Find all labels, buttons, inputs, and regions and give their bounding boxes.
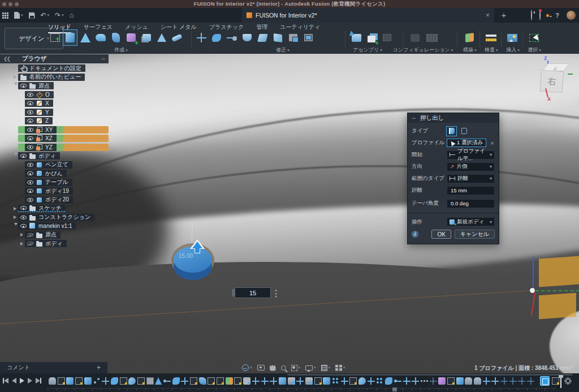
shell-button[interactable] (240, 30, 254, 45)
play-button[interactable] (20, 378, 24, 384)
timeline-feature-icon[interactable] (394, 377, 401, 385)
timeline-feature-icon[interactable] (137, 377, 145, 385)
profile-selection-chip[interactable]: 1 選択済み (447, 139, 486, 147)
browser-item-chip[interactable]: テーブル (25, 179, 72, 186)
configure-button[interactable] (408, 30, 422, 45)
close-tab-icon[interactable]: × (486, 12, 490, 18)
expand-arrow-icon[interactable] (11, 154, 18, 158)
timeline-feature-icon[interactable] (243, 377, 250, 385)
sweep-button[interactable] (94, 30, 107, 45)
timeline-feature-icon[interactable] (93, 377, 100, 385)
create-form-button[interactable] (124, 30, 138, 45)
document-tab[interactable]: FUISON for Interior v2* × (242, 8, 494, 23)
assembly-group-label[interactable]: アセンブリ (353, 46, 382, 54)
timeline-feature-icon[interactable] (58, 377, 65, 385)
timeline-feature-icon[interactable] (84, 377, 92, 385)
browser-item-chip[interactable]: 原点 (18, 82, 54, 89)
timeline-feature-icon[interactable] (323, 377, 330, 385)
timeline-feature-icon[interactable] (305, 377, 313, 385)
timeline-feature-icon[interactable] (385, 377, 392, 385)
view-cube-front-face[interactable]: 右 (540, 70, 564, 93)
browser-item[interactable]: かびん (18, 170, 109, 177)
distance-field[interactable]: 15 mm (447, 186, 495, 195)
browser-item-chip[interactable]: manekin v1:1 (18, 222, 76, 230)
visibility-eye-icon[interactable] (27, 242, 33, 245)
extrude-solid-type-button[interactable] (447, 127, 456, 136)
job-status-button[interactable] (539, 10, 541, 20)
minimize-panel-icon[interactable]: − (101, 57, 105, 61)
manipulator-arrow-shaft[interactable] (195, 248, 200, 253)
insert-group-label[interactable]: 挿入 (506, 46, 519, 54)
visibility-eye-icon[interactable] (20, 206, 27, 210)
timeline-scrollbar[interactable] (287, 374, 573, 376)
insert-derive-button[interactable] (349, 30, 363, 45)
save-button[interactable] (29, 12, 35, 19)
browser-item-chip[interactable]: ボディ (18, 152, 60, 160)
timeline-feature-icon[interactable] (412, 377, 419, 385)
browser-item[interactable]: Y (18, 109, 109, 116)
fit-button[interactable]: ▾ (291, 365, 301, 371)
timeline-position-marker[interactable] (560, 376, 561, 388)
timeline-feature-icon[interactable] (146, 377, 154, 385)
visibility-eye-icon[interactable] (20, 84, 27, 88)
timeline-feature-icon[interactable] (128, 377, 136, 385)
timeline-feature-icon[interactable] (75, 377, 83, 385)
timeline-feature-icon[interactable] (208, 377, 215, 385)
expand-arrow-icon[interactable] (11, 225, 18, 228)
browser-item-chip[interactable]: Y (25, 109, 53, 116)
browser-item-chip[interactable]: かびん (25, 170, 67, 177)
step-forward-button[interactable] (28, 378, 32, 384)
direction-dropdown[interactable]: ↗片側 (447, 162, 495, 171)
timeline-feature-icon[interactable] (500, 377, 508, 385)
create-sketch-button[interactable] (48, 30, 62, 45)
extrude-preview-body[interactable] (174, 247, 212, 273)
timeline-feature-icon[interactable] (163, 377, 171, 385)
cone-primitive-button[interactable] (155, 30, 168, 45)
browser-item[interactable]: ボディ19 (18, 187, 109, 195)
timeline-feature-icon[interactable] (66, 377, 74, 385)
browser-item[interactable]: 原点 (11, 82, 109, 89)
add-comment-icon[interactable]: + (97, 364, 101, 372)
browser-item[interactable]: Z (18, 117, 109, 124)
timeline-feature-icon[interactable] (279, 377, 286, 385)
app-grid-button[interactable] (2, 12, 8, 19)
browser-item-chip[interactable]: コンストラクション (18, 214, 94, 221)
timeline-feature-icon[interactable] (314, 377, 322, 385)
grid-settings-button[interactable]: ▾ (321, 365, 331, 371)
visibility-eye-icon[interactable] (27, 93, 33, 97)
timeline-settings-gear-icon[interactable] (565, 378, 571, 384)
timeline-feature-icon[interactable] (332, 377, 339, 385)
visibility-eye-icon[interactable] (20, 154, 27, 158)
browser-item[interactable]: ボディ (18, 240, 109, 247)
timeline-feature-icon[interactable] (102, 377, 109, 385)
timeline-feature-icon[interactable] (217, 377, 224, 385)
operation-dropdown[interactable]: 新規ボディ (447, 217, 495, 226)
box-primitive-button[interactable] (140, 30, 153, 45)
visibility-eye-icon[interactable] (27, 110, 33, 114)
home-button[interactable]: ⌂ (70, 12, 74, 19)
expand-arrow-icon[interactable] (11, 67, 18, 70)
timeline-feature-icon[interactable] (376, 377, 383, 385)
browser-item[interactable]: X (18, 100, 109, 107)
timeline-feature-icon[interactable] (190, 377, 197, 385)
expand-arrow-icon[interactable] (18, 242, 25, 245)
timeline-feature-icon[interactable] (181, 377, 188, 385)
timeline-feature-icon[interactable] (368, 377, 375, 385)
measure-button[interactable] (484, 30, 498, 45)
extensions-button[interactable] (531, 10, 532, 20)
undo-button[interactable]: ↶▾ (41, 12, 50, 18)
zoom-button[interactable] (281, 365, 286, 371)
browser-item-chip[interactable]: XZ (25, 135, 57, 142)
visibility-eye-icon[interactable] (27, 171, 33, 175)
browser-item[interactable]: 原点 (18, 231, 109, 239)
browser-item-chip[interactable]: O (25, 91, 54, 98)
browser-item-chip[interactable]: ドキュメントの設定 (18, 64, 85, 72)
origin-point[interactable] (530, 288, 535, 293)
timeline-feature-icon[interactable] (111, 377, 118, 385)
drag-arrow-icon[interactable] (192, 242, 202, 248)
configuration-group-label[interactable]: コンフィギュレーション (393, 46, 453, 54)
expand-arrow-icon[interactable] (11, 216, 18, 219)
visibility-eye-icon[interactable] (27, 101, 33, 105)
dialog-minimize-icon[interactable]: − (412, 116, 416, 120)
scale-button[interactable] (286, 30, 300, 45)
